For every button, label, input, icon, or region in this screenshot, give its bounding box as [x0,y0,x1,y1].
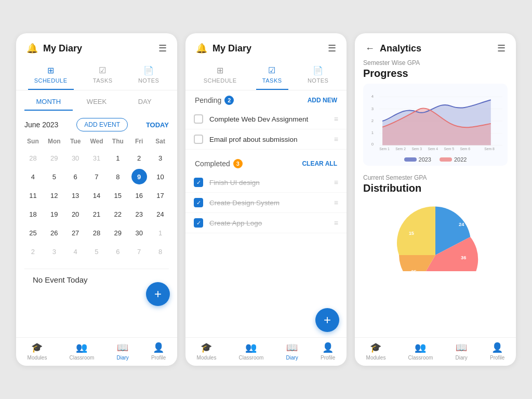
week-row: 18 19 20 21 22 23 24 [22,205,171,223]
svg-text:15: 15 [409,231,414,236]
cal-date[interactable]: 29 [46,150,62,166]
bell-icon2: 🔔 [196,43,207,54]
cal-date[interactable]: 28 [89,225,104,241]
cal-date[interactable]: 22 [110,206,126,222]
drag-handle-c1[interactable]: ≡ [334,178,338,187]
cal-date[interactable]: 3 [46,244,62,259]
cal-date[interactable]: 30 [68,150,83,166]
task-checkbox-2[interactable] [194,135,203,144]
cal-date[interactable]: 16 [131,188,147,203]
menu-icon[interactable]: ☰ [158,43,167,54]
svg-text:Sem 8: Sem 8 [484,147,495,151]
month-label: June 2023 [24,121,58,129]
cal-date[interactable]: 7 [131,244,147,259]
completed-checkbox-3[interactable] [194,218,203,228]
drag-handle-1[interactable]: ≡ [334,115,338,123]
tab2-schedule[interactable]: ⊞ SCHEDULE [197,62,243,90]
cal-date[interactable]: 18 [25,206,41,222]
add-event-button[interactable]: ADD EVENT [76,118,128,131]
nav-modules[interactable]: 🎓 Modules [28,342,47,361]
completed-checkbox-2[interactable] [194,198,203,207]
cal-date[interactable]: 12 [46,188,62,203]
cal-date[interactable]: 6 [68,169,83,184]
nav3-profile[interactable]: 👤 Profile [490,342,504,361]
classroom2-icon: 👥 [245,342,257,353]
clear-all-button[interactable]: CLEAR ALL [302,160,337,167]
drag-handle-c3[interactable]: ≡ [334,219,338,227]
cal-date[interactable]: 20 [68,206,83,222]
nav3-diary[interactable]: 📖 Diary [456,342,468,361]
cal-date[interactable]: 2 [25,244,41,259]
completed-text-2: Create Design System [209,199,328,207]
cal-date[interactable]: 3 [153,150,168,166]
drag-handle-2[interactable]: ≡ [334,135,338,143]
cal-date[interactable]: 28 [25,150,41,166]
cal-date[interactable]: 7 [89,169,104,184]
cal-date[interactable]: 23 [131,206,147,222]
nav2-modules[interactable]: 🎓 Modules [197,342,217,361]
cal-date-today[interactable]: 9 [131,169,147,184]
cal-date[interactable]: 26 [46,225,62,241]
cal-date[interactable]: 21 [89,206,104,222]
cal-date[interactable]: 14 [89,188,104,203]
dist-label: Current Semester GPA [363,174,508,181]
cal-date[interactable]: 1 [153,225,168,241]
svg-text:Sem 1: Sem 1 [379,147,390,151]
cal-date[interactable]: 4 [68,244,83,259]
calendar-nav: June 2023 ADD EVENT TODAY [16,114,177,136]
legend-color-2023 [404,157,417,162]
tab-schedule[interactable]: ⊞ SCHEDULE [28,62,74,90]
completed-task-3: Create App Logo ≡ [185,213,347,233]
tab-notes[interactable]: 📄 NOTES [132,62,165,90]
nav-classroom[interactable]: 👥 Classroom [70,342,95,361]
nav3-classroom[interactable]: 👥 Classroom [408,342,433,361]
cal-date[interactable]: 29 [110,225,126,241]
diary2-icon: 📖 [286,342,298,353]
cal-date[interactable]: 8 [110,169,126,184]
cal-date[interactable]: 27 [68,225,83,241]
svg-text:3: 3 [371,107,374,111]
add-fab[interactable]: + [146,282,170,306]
cal-date[interactable]: 4 [25,169,41,184]
cal-date[interactable]: 8 [153,244,168,259]
back-button[interactable]: ← [365,43,375,54]
tasks-fab[interactable]: + [315,308,339,332]
cal-date[interactable]: 5 [89,244,104,259]
cal-date[interactable]: 31 [89,150,104,166]
svg-text:Sem 6: Sem 6 [460,147,471,151]
tab2-notes[interactable]: 📄 NOTES [301,62,335,90]
nav3-modules[interactable]: 🎓 Modules [366,342,386,361]
nav-diary[interactable]: 📖 Diary [117,342,129,361]
tab-tasks[interactable]: ☑ TASKS [87,62,119,90]
nav2-profile[interactable]: 👤 Profile [321,342,335,361]
cal-date[interactable]: 17 [153,188,168,203]
cal-date[interactable]: 19 [46,206,62,222]
day-view-btn[interactable]: DAY [121,98,169,111]
cal-date[interactable]: 13 [68,188,83,203]
cal-date[interactable]: 1 [110,150,126,166]
drag-handle-c2[interactable]: ≡ [334,198,338,207]
menu-icon2[interactable]: ☰ [328,43,336,54]
nav-profile[interactable]: 👤 Profile [151,342,166,361]
cal-date[interactable]: 11 [25,188,41,203]
cal-date[interactable]: 5 [46,169,62,184]
tab2-tasks[interactable]: ☑ TASKS [256,62,288,90]
cal-date[interactable]: 30 [131,225,147,241]
cal-date[interactable]: 6 [110,244,126,259]
cal-date[interactable]: 2 [131,150,147,166]
nav2-classroom[interactable]: 👥 Classroom [239,342,264,361]
today-button[interactable]: TODAY [146,121,169,129]
completed-task-2: Create Design System ≡ [185,193,347,213]
month-view-btn[interactable]: MONTH [24,98,73,111]
completed-checkbox-1[interactable] [194,178,203,187]
nav2-diary[interactable]: 📖 Diary [286,342,298,361]
cal-date[interactable]: 24 [153,206,168,222]
cal-date[interactable]: 25 [25,225,41,241]
view-switcher: MONTH WEEK DAY [16,90,177,114]
week-view-btn[interactable]: WEEK [73,98,121,111]
task-checkbox-1[interactable] [194,114,203,124]
add-new-button[interactable]: ADD NEW [308,97,337,104]
cal-date[interactable]: 15 [110,188,126,203]
menu-icon3[interactable]: ☰ [497,43,506,54]
cal-date[interactable]: 10 [153,169,168,184]
